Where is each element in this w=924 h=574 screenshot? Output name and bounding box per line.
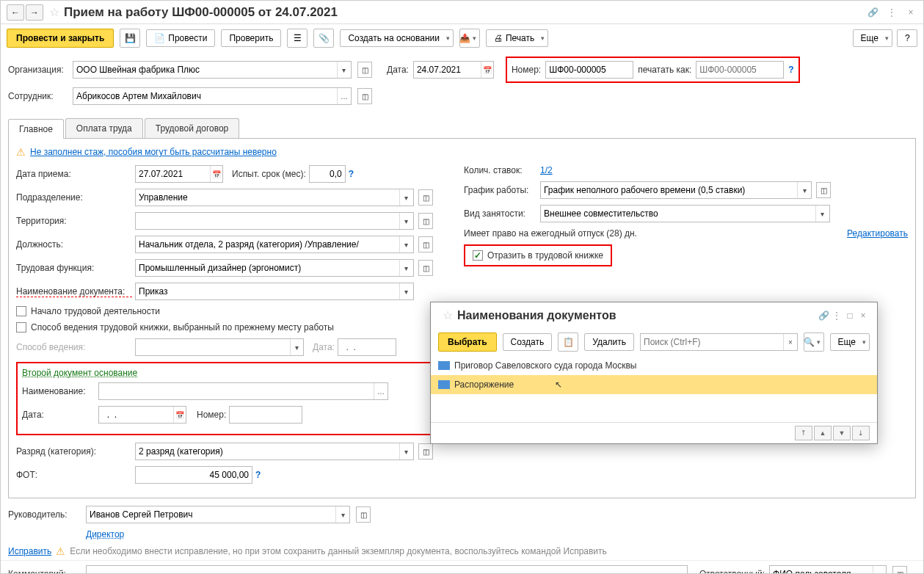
- maximize-icon[interactable]: □: [843, 309, 856, 322]
- open-icon[interactable]: ◫: [418, 213, 433, 229]
- more-icon[interactable]: ⋮: [830, 309, 843, 322]
- fix-link[interactable]: Исправить: [8, 546, 51, 556]
- open-icon[interactable]: ◫: [418, 189, 433, 206]
- open-icon[interactable]: ◫: [418, 260, 433, 276]
- doc-name-field[interactable]: ▾: [135, 283, 414, 300]
- more-button[interactable]: Еще: [853, 29, 892, 47]
- dropdown-icon[interactable]: ▾: [399, 443, 413, 459]
- help-icon[interactable]: ?: [349, 169, 354, 179]
- dropdown-icon[interactable]: ▾: [399, 283, 413, 299]
- employment-type-field[interactable]: ▾: [540, 205, 830, 222]
- dropdown-icon[interactable]: ▾: [335, 506, 349, 523]
- org-field[interactable]: ▾: [73, 61, 352, 79]
- dropdown-icon[interactable]: ▾: [399, 213, 413, 229]
- nav-back-button[interactable]: ←: [7, 4, 24, 21]
- book-method-checkbox[interactable]: [16, 322, 26, 333]
- number-input[interactable]: [546, 63, 633, 76]
- more-icon[interactable]: ⋮: [885, 6, 898, 19]
- schedule-input[interactable]: [541, 184, 797, 197]
- second-doc-name-input[interactable]: [99, 385, 374, 398]
- fot-input[interactable]: [136, 468, 252, 482]
- save-button[interactable]: 💾: [120, 29, 140, 48]
- department-field[interactable]: ▾: [135, 189, 414, 206]
- number-field[interactable]: [545, 61, 633, 79]
- trial-input[interactable]: [310, 167, 345, 181]
- responsible-input[interactable]: [770, 567, 873, 574]
- grade-field[interactable]: ▾: [135, 443, 414, 460]
- favorite-icon[interactable]: ☆: [49, 5, 59, 19]
- edit-link[interactable]: Редактировать: [847, 228, 908, 239]
- date-field[interactable]: 📅: [413, 61, 494, 79]
- employee-input[interactable]: [73, 90, 337, 103]
- print-button[interactable]: 🖨Печать: [486, 29, 548, 47]
- copy-button[interactable]: 📋: [558, 333, 578, 352]
- org-input[interactable]: [73, 63, 337, 76]
- dropdown-icon[interactable]: ▾: [797, 182, 811, 198]
- grade-input[interactable]: [136, 445, 399, 458]
- department-input[interactable]: [136, 191, 399, 204]
- calendar-icon[interactable]: 📅: [173, 407, 186, 423]
- second-doc-title[interactable]: Второй документ основание: [22, 368, 137, 378]
- sort-down-button[interactable]: ▼: [833, 426, 851, 440]
- calendar-icon[interactable]: 📅: [481, 62, 493, 78]
- delete-button[interactable]: Удалить: [584, 333, 634, 351]
- ellipsis-icon[interactable]: …: [337, 88, 351, 104]
- clear-icon[interactable]: ×: [783, 334, 796, 350]
- nav-forward-button[interactable]: →: [26, 4, 43, 21]
- territory-input[interactable]: [136, 214, 399, 228]
- list-button[interactable]: ☰: [287, 29, 308, 48]
- reflect-book-checkbox[interactable]: [473, 250, 483, 261]
- list-item[interactable]: Распоряжение ↖: [431, 375, 877, 394]
- open-icon[interactable]: ◫: [816, 182, 831, 198]
- open-icon[interactable]: ◫: [418, 443, 433, 459]
- help-icon[interactable]: ?: [788, 65, 793, 75]
- doc-name-input[interactable]: [136, 285, 399, 298]
- open-icon[interactable]: ◫: [356, 506, 371, 523]
- search-field[interactable]: ×: [640, 333, 798, 351]
- popup-more-button[interactable]: Еще: [830, 333, 870, 351]
- second-doc-date-input[interactable]: [99, 408, 173, 421]
- link-icon[interactable]: 🔗: [866, 6, 879, 19]
- print-as-field[interactable]: [696, 61, 784, 79]
- schedule-field[interactable]: ▾: [540, 181, 812, 199]
- favorite-icon[interactable]: ☆: [443, 308, 453, 322]
- sort-top-button[interactable]: ⤒: [795, 426, 812, 440]
- link-icon[interactable]: 🔗: [817, 309, 830, 322]
- second-doc-date-field[interactable]: 📅: [98, 406, 186, 424]
- create-based-button[interactable]: Создать на основании: [340, 29, 454, 47]
- trial-field[interactable]: [309, 165, 346, 183]
- employee-field[interactable]: …: [73, 87, 352, 105]
- attach-button[interactable]: 📎: [313, 29, 334, 48]
- open-icon[interactable]: ◫: [357, 62, 372, 78]
- positions-count-link[interactable]: 1/2: [540, 165, 553, 175]
- dropdown-icon[interactable]: ▾: [399, 260, 413, 276]
- dropdown-icon[interactable]: ▾: [815, 206, 829, 222]
- date-input[interactable]: [414, 63, 481, 76]
- territory-field[interactable]: ▾: [135, 212, 414, 230]
- export-button[interactable]: 📤: [459, 29, 480, 48]
- comment-field[interactable]: [86, 565, 688, 574]
- dropdown-icon[interactable]: ▾: [399, 189, 413, 206]
- close-icon[interactable]: ×: [904, 6, 917, 19]
- labor-func-field[interactable]: ▾: [135, 259, 414, 277]
- calendar-icon[interactable]: 📅: [210, 166, 222, 182]
- dropdown-icon[interactable]: ▾: [399, 236, 413, 253]
- close-icon[interactable]: ×: [856, 309, 870, 322]
- search-button[interactable]: 🔍: [804, 333, 824, 352]
- tab-main[interactable]: Главное: [8, 119, 64, 139]
- comment-input[interactable]: [87, 567, 687, 574]
- warning-link[interactable]: Не заполнен стаж, пособия могут быть рас…: [30, 147, 277, 157]
- labor-func-input[interactable]: [136, 261, 399, 275]
- second-doc-number-field[interactable]: [229, 406, 302, 424]
- open-icon[interactable]: ◫: [892, 566, 907, 574]
- responsible-field[interactable]: ▾: [769, 565, 887, 574]
- dropdown-icon[interactable]: ▾: [873, 566, 886, 574]
- director-link[interactable]: Директор: [86, 529, 124, 540]
- open-icon[interactable]: ◫: [357, 88, 372, 104]
- search-input[interactable]: [641, 335, 783, 349]
- tab-contract[interactable]: Трудовой договор: [145, 118, 239, 138]
- help-button[interactable]: ?: [897, 29, 917, 47]
- second-doc-number-input[interactable]: [230, 408, 302, 421]
- fot-field[interactable]: [135, 466, 252, 484]
- tab-payment[interactable]: Оплата труда: [65, 118, 143, 138]
